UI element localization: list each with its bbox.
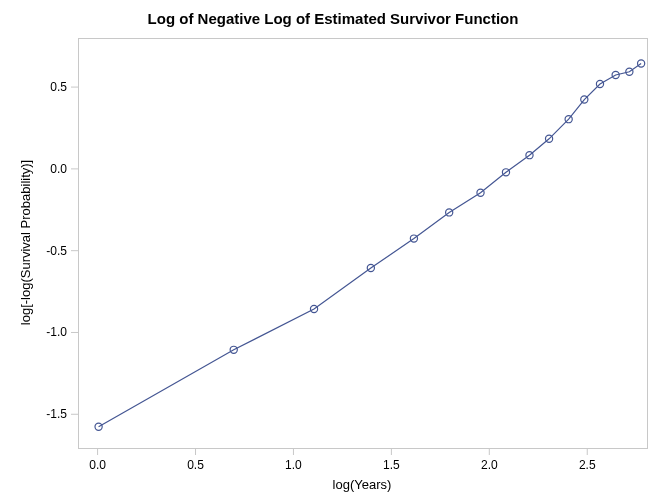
x-tick-label: 2.0 (481, 458, 498, 472)
plot-svg (79, 39, 647, 448)
y-tick-label: -0.5 (46, 244, 67, 258)
x-tick-label: 2.5 (579, 458, 596, 472)
y-axis-label: log[-log(Survival Probability)] (18, 160, 33, 325)
data-marker (95, 423, 102, 430)
y-tick-label: -1.0 (46, 325, 67, 339)
x-axis-label: log(Years) (333, 477, 392, 492)
data-line (99, 64, 642, 427)
x-tick-label: 1.5 (383, 458, 400, 472)
chart-container: Log of Negative Log of Estimated Survivo… (0, 0, 666, 500)
x-tick-label: 0.5 (187, 458, 204, 472)
chart-title: Log of Negative Log of Estimated Survivo… (0, 10, 666, 27)
plot-frame (78, 38, 648, 449)
x-tick-label: 0.0 (89, 458, 106, 472)
y-tick-label: -1.5 (46, 407, 67, 421)
y-tick-label: 0.5 (50, 80, 67, 94)
y-tick-label: 0.0 (50, 162, 67, 176)
x-tick-label: 1.0 (285, 458, 302, 472)
